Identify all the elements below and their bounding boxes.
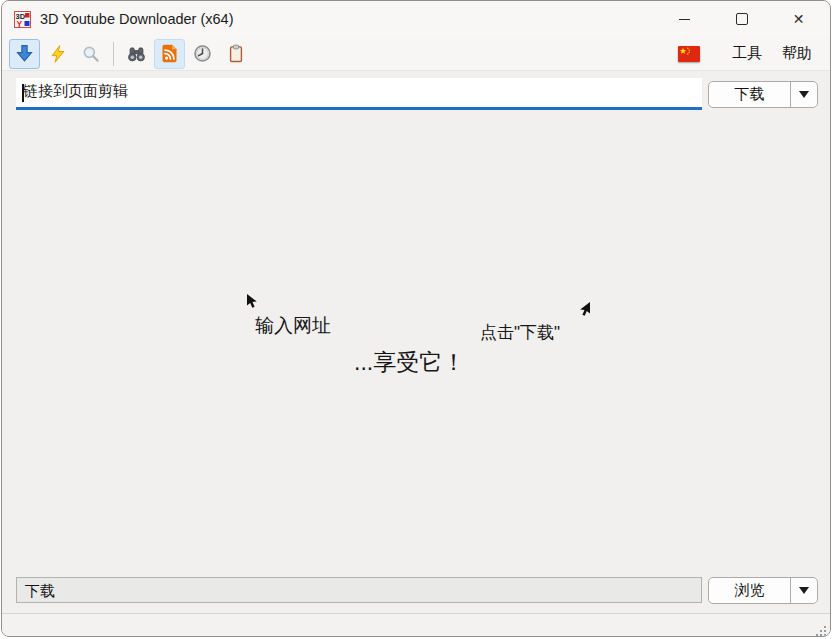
rss-feed-button[interactable] [154, 39, 185, 69]
main-area: 输入网址 点击"下载" ...享受它！ [2, 117, 830, 567]
lightning-icon [48, 44, 68, 64]
language-flag-button[interactable] [678, 46, 700, 62]
browse-dropdown-button[interactable] [790, 578, 817, 603]
maximize-button[interactable] [713, 1, 770, 37]
hint-enjoy: ...享受它！ [354, 347, 465, 378]
clipboard-monitor-button[interactable] [220, 39, 251, 69]
menu-tools[interactable]: 工具 [724, 40, 770, 67]
grip-dot [816, 634, 818, 636]
grip-dot [824, 634, 826, 636]
cursor-arrow-right-icon [576, 301, 592, 318]
browse-split-button[interactable]: 浏览 [708, 577, 818, 604]
close-button[interactable]: ✕ [770, 1, 827, 37]
url-row: 下载 [2, 71, 830, 117]
search-icon [81, 44, 101, 64]
china-flag-icon [678, 46, 700, 62]
menu-help[interactable]: 帮助 [774, 40, 820, 67]
scheduler-button[interactable] [187, 39, 218, 69]
minimize-icon [679, 19, 690, 20]
convert-button[interactable] [42, 39, 73, 69]
download-dropdown-button[interactable] [790, 82, 817, 107]
app-window: 3D Y 3D Youtube Downloader (x64) ✕ [1, 0, 831, 637]
search-button[interactable] [75, 39, 106, 69]
download-icon [14, 43, 35, 64]
binoculars-icon [126, 43, 147, 64]
status-bar [2, 613, 830, 637]
cursor-arrow-left-icon [245, 293, 261, 310]
download-folder-field[interactable]: 下载 [16, 577, 702, 603]
browse-videos-button[interactable] [121, 39, 152, 69]
download-mode-button[interactable] [9, 39, 40, 69]
chevron-down-icon [799, 91, 809, 98]
close-icon: ✕ [793, 12, 805, 26]
browse-button-label[interactable]: 浏览 [709, 578, 790, 603]
grip-dot [820, 634, 822, 636]
clipboard-icon [226, 43, 246, 64]
hint-enter-url: 输入网址 [255, 313, 331, 339]
svg-text:Y: Y [17, 18, 23, 28]
bottom-row: 下载 浏览 [2, 567, 830, 613]
url-input-wrap [16, 78, 702, 110]
window-title: 3D Youtube Downloader (x64) [40, 11, 656, 27]
grip-dot [820, 630, 822, 632]
rss-icon [159, 43, 180, 64]
chevron-down-icon [799, 587, 809, 594]
title-bar: 3D Y 3D Youtube Downloader (x64) ✕ [2, 1, 830, 37]
caption-controls: ✕ [656, 1, 827, 37]
history-clock-icon [192, 43, 213, 64]
download-split-button[interactable]: 下载 [708, 81, 818, 108]
toolbar-separator [113, 42, 114, 66]
hint-click-download: 点击"下载" [480, 321, 560, 344]
resize-grip[interactable] [813, 623, 826, 636]
toolbar: 工具 帮助 [2, 37, 830, 71]
grip-dot [824, 626, 826, 628]
app-logo-icon: 3D Y [14, 11, 31, 28]
download-button-label[interactable]: 下载 [709, 82, 790, 107]
maximize-icon [736, 13, 748, 25]
text-caret [22, 84, 24, 102]
minimize-button[interactable] [656, 1, 713, 37]
grip-dot [824, 630, 826, 632]
url-input[interactable] [16, 78, 702, 110]
